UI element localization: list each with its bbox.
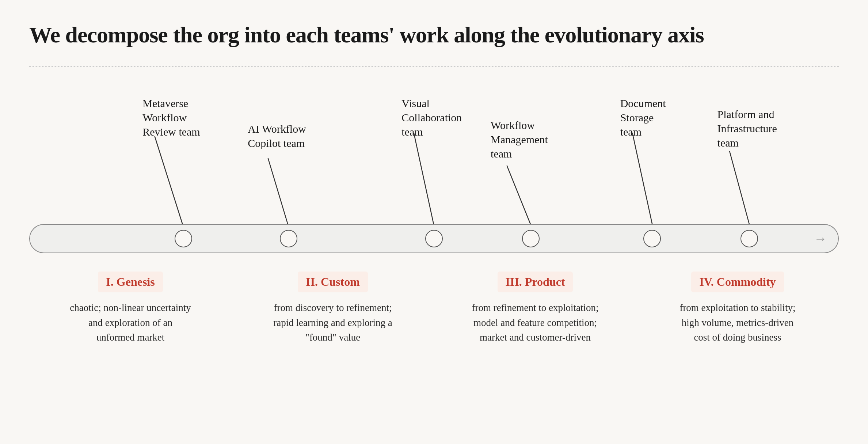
phase-commodity-desc: from exploitation to stability; high vol… (640, 300, 835, 345)
phase-badge-commodity: IV. Commodity (691, 272, 784, 292)
phase-product-desc: from refinement to exploitation; model a… (438, 300, 633, 345)
phase-custom-desc: from discovery to refinement; rapid lear… (235, 300, 430, 345)
team-label-workflow-mgmt: Workflow Management team (491, 118, 548, 161)
axis-dot-2 (280, 230, 297, 247)
phase-badge-custom: II. Custom (298, 272, 368, 292)
svg-line-0 (155, 136, 183, 226)
svg-line-2 (414, 133, 434, 226)
axis-dot-4 (522, 230, 540, 247)
axis-dot-3 (425, 230, 443, 247)
phases-section: I. Genesis chaotic; non-linear uncertain… (29, 272, 839, 345)
phase-genesis-desc: chaotic; non-linear uncertainty and expl… (33, 300, 228, 345)
teams-container: Metaverse Workflow Review team AI Workfl… (29, 89, 839, 228)
axis-track: → (29, 224, 839, 253)
team-label-doc-storage: Document Storage team (620, 96, 666, 139)
team-label-ai-workflow: AI Workflow Copilot team (248, 122, 306, 150)
axis-arrow: → (814, 231, 827, 246)
team-label-visual-collab: Visual Collaboration team (401, 96, 462, 139)
team-label-platform: Platform and Infrastructure team (717, 107, 777, 150)
svg-line-4 (632, 133, 652, 226)
team-label-metaverse: Metaverse Workflow Review team (142, 96, 200, 139)
svg-line-1 (268, 158, 288, 226)
phase-badge-product: III. Product (498, 272, 573, 292)
phase-custom: II. Custom from discovery to refinement;… (232, 272, 434, 345)
phase-genesis-label: I. Genesis (106, 275, 155, 288)
axis-dot-6 (741, 230, 758, 247)
phase-genesis: I. Genesis chaotic; non-linear uncertain… (29, 272, 232, 345)
phase-commodity: IV. Commodity from exploitation to stabi… (636, 272, 839, 345)
svg-line-5 (730, 151, 750, 226)
phase-product-label: III. Product (506, 275, 565, 288)
phase-badge-genesis: I. Genesis (98, 272, 163, 292)
phase-commodity-label: IV. Commodity (699, 275, 776, 288)
phase-custom-label: II. Custom (306, 275, 360, 288)
svg-line-3 (507, 166, 531, 226)
phase-product: III. Product from refinement to exploita… (434, 272, 636, 345)
axis-dot-1 (175, 230, 192, 247)
page-title: We decompose the org into each teams' wo… (29, 22, 839, 48)
divider (29, 66, 839, 67)
axis-dot-5 (643, 230, 661, 247)
axis-wrapper: → (29, 224, 839, 253)
